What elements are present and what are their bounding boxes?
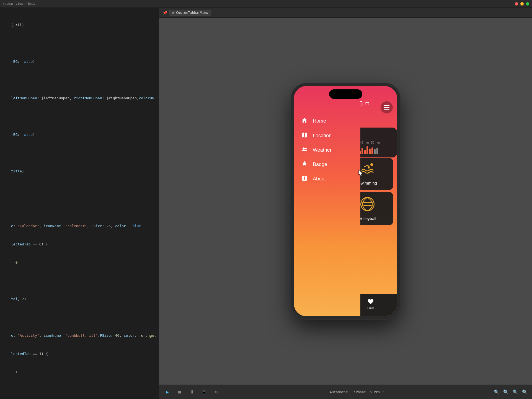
badge-menu-icon — [301, 160, 308, 169]
breadcrumb-item-1: xdebar View — [3, 2, 23, 6]
preview-toolbar: 📌 CustomTabbarView — [159, 8, 532, 18]
code-line: e: "Activity", iconName: "dumbbell.fill"… — [0, 333, 159, 339]
chevron-down-icon: ▾ — [382, 390, 384, 394]
swimming-icon — [359, 162, 376, 178]
weather-menu-icon — [301, 146, 308, 154]
code-line — [0, 205, 159, 211]
code-line: lectedTab == 1) { — [0, 351, 159, 357]
svg-text:i: i — [304, 176, 305, 180]
menu-item-weather[interactable]: Weather — [294, 143, 360, 157]
weather-menu-label: Weather — [313, 147, 332, 153]
iphone-frame: User1 5 m — [291, 83, 400, 319]
svg-point-9 — [370, 163, 373, 166]
menu-item-location[interactable]: Location — [294, 128, 360, 143]
code-line: 0 — [0, 260, 159, 266]
code-line: tal,12) — [0, 296, 159, 302]
search-icon-3[interactable]: 🔍 — [513, 389, 518, 395]
play-button[interactable]: ▶ — [164, 388, 171, 396]
device-selector[interactable]: Automatic – iPhone 15 Pro ▾ — [330, 390, 384, 394]
about-menu-label: About — [313, 176, 326, 182]
svg-point-10 — [364, 166, 365, 167]
settings-button[interactable]: ⚙ — [212, 388, 220, 396]
stats-label-3: 50 — [371, 141, 374, 144]
code-line — [0, 314, 159, 320]
preview-tab[interactable]: CustomTabbarView — [169, 10, 211, 15]
code-line: e: "Calendar", iconName: "calendar", FSi… — [0, 223, 159, 229]
svg-point-5 — [303, 147, 305, 150]
bar-11 — [374, 149, 376, 154]
breadcrumb-separator: > — [25, 2, 27, 6]
bar-10 — [371, 147, 373, 154]
code-line — [0, 40, 159, 46]
preview-panel: 📌 CustomTabbarView — [159, 8, 532, 399]
code-line: lectedTab == 0) { — [0, 241, 159, 247]
stats-label-2: 45 — [360, 141, 363, 144]
location-menu-label: Location — [313, 133, 332, 139]
code-line — [0, 113, 159, 120]
bar-6 — [361, 148, 363, 154]
search-icons: 🔍 🔍 🔍 🔍 — [494, 389, 528, 395]
svg-point-6 — [305, 148, 307, 149]
pin-icon: 📌 — [162, 11, 167, 15]
dynamic-island — [329, 89, 362, 99]
bar-9 — [369, 149, 371, 154]
breadcrumb-item-2: Body — [28, 2, 35, 6]
search-icon-4[interactable]: 🔍 — [522, 389, 528, 395]
bar-7 — [364, 150, 366, 154]
home-menu-label: Home — [313, 118, 326, 124]
volleyball-card-label: Volleyball — [359, 216, 376, 221]
search-icon-1[interactable]: 🔍 — [494, 389, 499, 395]
location-menu-icon — [301, 132, 308, 140]
code-line — [0, 186, 159, 193]
code-line: rBG: false) — [0, 59, 159, 65]
breadcrumb: xdebar View > Body — [3, 2, 35, 6]
profil-tab-label: Profil — [367, 307, 374, 310]
maximize-button[interactable] — [526, 2, 529, 6]
search-icon-2[interactable]: 🔍 — [503, 389, 509, 395]
code-line — [0, 387, 159, 393]
home-menu-icon — [301, 117, 308, 125]
device-label: Automatic – iPhone 15 Pro — [330, 390, 380, 394]
tab-dot — [172, 12, 174, 14]
volleyball-icon — [360, 196, 375, 214]
sidebar-menu: Home Location — [294, 86, 360, 316]
preview-content: User1 5 m — [159, 18, 532, 385]
close-button[interactable] — [515, 2, 518, 6]
badge-menu-label: Badge — [313, 162, 327, 167]
menu-item-about[interactable]: i About — [294, 172, 360, 186]
tab-item-profil[interactable]: Profil — [367, 298, 374, 310]
menu-item-home[interactable]: Home — [294, 114, 360, 128]
code-line: rBG: false) — [0, 132, 159, 138]
code-content: (.all) rBG: false) leftMenuOpen: $leftMe… — [0, 8, 159, 399]
minimize-button[interactable] — [520, 2, 524, 6]
code-line — [0, 278, 159, 284]
profil-tab-icon — [367, 298, 374, 306]
app-screen: User1 5 m — [294, 86, 397, 316]
menu-item-badge[interactable]: Badge — [294, 157, 360, 172]
top-bar: xdebar View > Body — [0, 0, 532, 8]
code-line: 1 — [0, 369, 159, 375]
code-line: (.all) — [0, 22, 159, 28]
swimming-card-label: Swimming — [358, 181, 377, 185]
stop-button[interactable]: ⏹ — [176, 388, 184, 396]
bar-8 — [366, 146, 368, 154]
bottom-toolbar: ▶ ⏹ ⏸ 📱 ⚙ Automatic – iPhone 15 Pro ▾ 🔍 … — [159, 385, 532, 399]
stats-label-unit-3: kg — [377, 141, 380, 144]
code-line: leftMenuOpen: $leftMenuOpen, rightMenuOp… — [0, 95, 159, 101]
preview-tab-label: CustomTabbarView — [176, 11, 208, 15]
code-editor-panel: (.all) rBG: false) leftMenuOpen: $leftMe… — [0, 8, 159, 399]
code-line: title) — [0, 168, 159, 174]
pause-button[interactable]: ⏸ — [188, 388, 196, 396]
window-controls — [515, 2, 529, 6]
code-line — [0, 150, 159, 156]
device-button[interactable]: 📱 — [200, 388, 208, 396]
main-layout: (.all) rBG: false) leftMenuOpen: $leftMe… — [0, 8, 532, 399]
stats-label-unit-2: kg — [366, 141, 369, 144]
about-menu-icon: i — [301, 175, 308, 183]
bar-12 — [376, 148, 378, 154]
code-line — [0, 77, 159, 83]
